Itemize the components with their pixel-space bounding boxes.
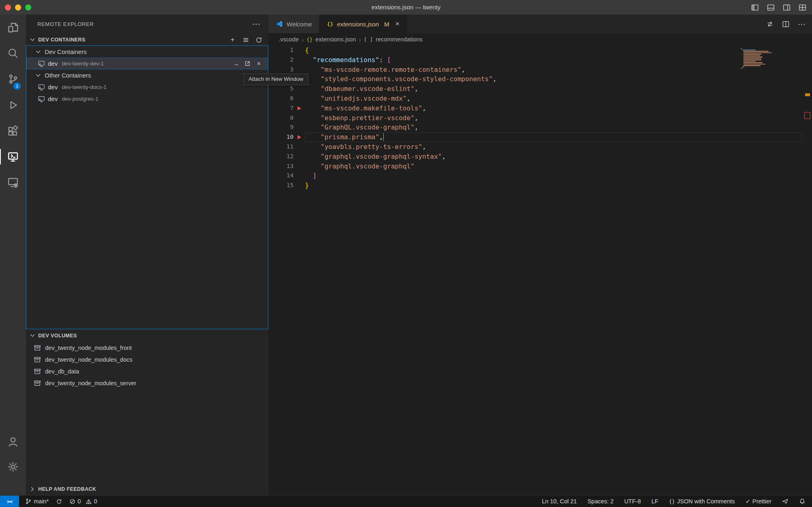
toggle-panel-icon[interactable] bbox=[767, 4, 775, 11]
section-header-help-and-feedback[interactable]: HELP AND FEEDBACK bbox=[26, 483, 268, 495]
container-name: dev bbox=[48, 60, 58, 67]
sync-icon[interactable] bbox=[56, 498, 62, 505]
container-item-dev-postgres-1[interactable]: dev dev-postgres-1 bbox=[26, 93, 268, 105]
overview-ruler-marker bbox=[804, 112, 810, 119]
container-item-dev-twenty-docs-1[interactable]: dev dev-twenty-docs-1 bbox=[26, 81, 268, 93]
minimap[interactable] bbox=[741, 48, 770, 69]
breadcrumb-separator: › bbox=[302, 36, 304, 43]
volume-item[interactable]: dev_twenty_node_modules_docs bbox=[26, 354, 268, 365]
code-line[interactable]: 5 "dbaeumer.vscode-eslint", bbox=[268, 84, 812, 94]
formatter-item[interactable]: ✓ Prettier bbox=[745, 498, 771, 505]
json-file-icon: {} bbox=[307, 37, 313, 43]
attach-in-new-window-icon[interactable] bbox=[244, 60, 251, 67]
sidebar-more-actions-icon[interactable]: ⋯ bbox=[252, 15, 260, 34]
volume-icon bbox=[34, 380, 41, 387]
section-header-dev-volumes[interactable]: DEV VOLUMES bbox=[26, 330, 268, 341]
code-line[interactable]: 2 "recommendations": [ bbox=[268, 55, 812, 65]
warnings-count: 0 bbox=[94, 498, 97, 505]
gutter bbox=[294, 94, 305, 104]
gutter-marker-icon bbox=[294, 132, 305, 142]
language-mode-item[interactable]: {} JSON with Comments bbox=[669, 498, 735, 505]
tab-welcome[interactable]: Welcome bbox=[268, 15, 320, 33]
section-header-dev-containers[interactable]: DEV CONTAINERS + bbox=[26, 34, 268, 45]
breadcrumb-folder[interactable]: .vscode bbox=[279, 36, 299, 43]
feedback-icon[interactable] bbox=[782, 498, 788, 505]
code-line[interactable]: 6 "unifiedjs.vscode-mdx", bbox=[268, 94, 812, 104]
zoom-window-button[interactable] bbox=[25, 4, 31, 11]
indentation-item[interactable]: Spaces: 2 bbox=[587, 498, 614, 505]
code-line[interactable]: 3 "ms-vscode-remote.remote-containers", bbox=[268, 65, 812, 75]
run-debug-icon[interactable] bbox=[0, 95, 26, 115]
close-tab-icon[interactable]: × bbox=[395, 20, 400, 28]
toggle-sidebar-icon[interactable] bbox=[751, 4, 759, 11]
notifications-bell-icon[interactable] bbox=[799, 498, 806, 505]
container-description: dev-postgres-1 bbox=[62, 96, 98, 102]
code-line[interactable]: 4 "styled-components.vscode-styled-compo… bbox=[268, 74, 812, 84]
container-item-dev-twenty-dev-1[interactable]: dev dev-twenty-dev-1 → × bbox=[26, 58, 268, 69]
code-editor[interactable]: 1{2 "recommendations": [3 "ms-vscode-rem… bbox=[268, 45, 812, 495]
close-window-button[interactable] bbox=[5, 4, 11, 11]
errors-icon bbox=[69, 498, 76, 505]
remote-explorer-sidebar: REMOTE EXPLORER ⋯ DEV CONTAINERS + bbox=[26, 15, 268, 495]
code-line[interactable]: 9 "GraphQL.vscode-graphql", bbox=[268, 123, 812, 132]
code-line[interactable]: 10 "prisma.prisma", bbox=[268, 132, 812, 142]
overview-ruler-marker bbox=[805, 93, 810, 96]
branch-icon bbox=[25, 498, 32, 505]
minimize-window-button[interactable] bbox=[15, 4, 21, 11]
git-branch-item[interactable]: main* bbox=[25, 498, 49, 505]
gutter bbox=[294, 123, 305, 132]
open-changes-icon[interactable] bbox=[766, 20, 774, 28]
cursor-position-item[interactable]: Ln 10, Col 21 bbox=[542, 498, 577, 505]
tree-group-dev-containers[interactable]: Dev Containers bbox=[26, 46, 268, 58]
volume-label: dev_twenty_node_modules_front bbox=[45, 345, 132, 351]
eol-item[interactable]: LF bbox=[651, 498, 658, 505]
problems-item[interactable]: 0 0 bbox=[69, 498, 97, 505]
add-dev-container-icon[interactable]: + bbox=[229, 36, 237, 44]
customize-layout-icon[interactable] bbox=[799, 4, 806, 11]
tab-extensions-json[interactable]: {} extensions.json M × bbox=[320, 15, 407, 33]
code-line[interactable]: 1{ bbox=[268, 45, 812, 55]
attach-to-container-icon[interactable]: → bbox=[232, 60, 240, 67]
gutter bbox=[294, 171, 305, 181]
volume-item[interactable]: dev_twenty_node_modules_server bbox=[26, 377, 268, 389]
search-icon[interactable] bbox=[0, 43, 26, 63]
remote-vm-gear-icon[interactable] bbox=[0, 173, 26, 192]
breadcrumb-file[interactable]: extensions.json bbox=[315, 36, 356, 43]
section-label: DEV VOLUMES bbox=[38, 333, 77, 339]
group-label: Other Containers bbox=[45, 72, 91, 79]
account-icon[interactable] bbox=[0, 432, 26, 451]
volume-item[interactable]: dev_twenty_node_modules_front bbox=[26, 342, 268, 354]
extensions-icon[interactable] bbox=[0, 121, 26, 141]
git-modified-badge: M bbox=[384, 21, 389, 28]
code-line[interactable]: 8 "esbenp.prettier-vscode", bbox=[268, 113, 812, 123]
settings-gear-icon[interactable] bbox=[0, 457, 26, 477]
code-line[interactable]: 12 "graphql.vscode-graphql-syntax", bbox=[268, 152, 812, 162]
remote-explorer-icon[interactable] bbox=[0, 147, 26, 166]
container-list-icon[interactable] bbox=[242, 36, 250, 44]
source-control-icon[interactable] bbox=[0, 69, 26, 89]
code-line[interactable]: 13 "graphql.vscode-graphql" bbox=[268, 162, 812, 171]
tab-label: Welcome bbox=[287, 21, 312, 28]
sidebar-title: REMOTE EXPLORER bbox=[26, 15, 268, 34]
gutter bbox=[294, 113, 305, 123]
container-name: dev bbox=[48, 95, 58, 102]
code-line[interactable]: 7 "ms-vscode.makefile-tools", bbox=[268, 104, 812, 113]
breadcrumb-separator: › bbox=[359, 36, 361, 43]
tree-group-other-containers[interactable]: Other Containers bbox=[26, 69, 268, 81]
volume-item[interactable]: dev_db_data bbox=[26, 365, 268, 377]
code-line[interactable]: 14 ] bbox=[268, 171, 812, 181]
split-editor-icon[interactable] bbox=[782, 20, 790, 28]
dev-container-icon bbox=[38, 84, 45, 91]
code-line[interactable]: 15} bbox=[268, 181, 812, 190]
remote-indicator[interactable]: >< bbox=[0, 496, 19, 507]
breadcrumb-symbol[interactable]: recommendations bbox=[376, 36, 423, 43]
toggle-secondary-sidebar-icon[interactable] bbox=[783, 4, 790, 11]
explorer-icon[interactable] bbox=[0, 18, 26, 37]
remove-container-icon[interactable]: × bbox=[255, 60, 263, 67]
encoding-item[interactable]: UTF-8 bbox=[624, 498, 641, 505]
gutter-marker-icon bbox=[294, 104, 305, 113]
gutter bbox=[294, 55, 305, 65]
editor-more-actions-icon[interactable]: ⋯ bbox=[798, 19, 806, 29]
refresh-icon[interactable] bbox=[255, 36, 263, 44]
code-line[interactable]: 11 "yoavbls.pretty-ts-errors", bbox=[268, 142, 812, 152]
